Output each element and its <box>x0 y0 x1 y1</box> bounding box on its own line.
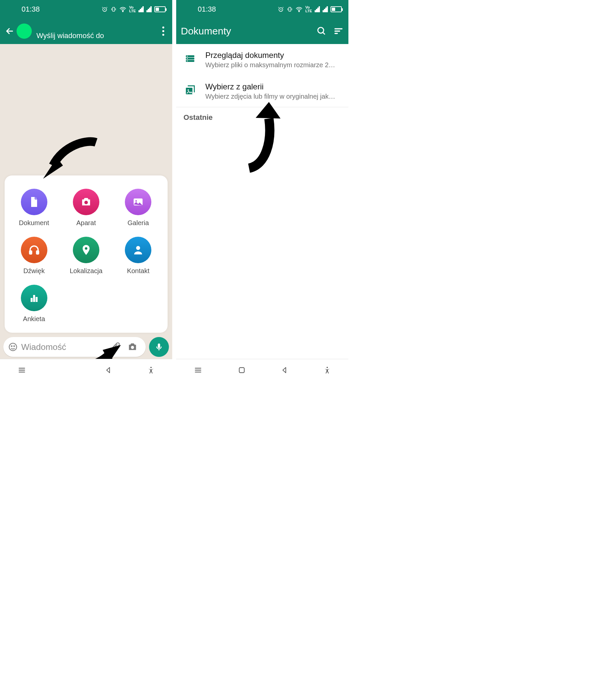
battery-icon <box>154 6 166 12</box>
signal-icon <box>138 6 144 12</box>
svg-point-29 <box>187 56 188 57</box>
list-text: Wybierz z galerii Wybierz zdjęcia lub fi… <box>205 82 341 100</box>
wifi-icon <box>119 6 126 12</box>
status-bar: 01:38 VoLTE <box>176 0 349 18</box>
list-item-subtitle: Wybierz pliki o maksymalnym rozmiarze 2… <box>205 61 341 69</box>
signal-icon <box>315 6 320 12</box>
documents-app-bar: Dokumenty <box>176 18 349 44</box>
svg-rect-11 <box>33 295 35 302</box>
attach-label: Kontakt <box>127 267 149 275</box>
attach-contact[interactable]: Kontakt <box>118 237 158 275</box>
volte-icon: VoLTE <box>305 6 312 13</box>
list-text: Przeglądaj dokumenty Wybierz pliki o mak… <box>205 51 341 69</box>
camera-input-icon[interactable] <box>127 342 138 352</box>
nav-recents-icon[interactable] <box>193 366 203 375</box>
signal-icon-2 <box>146 6 152 12</box>
chat-input[interactable]: Wiadomość <box>3 337 146 357</box>
attach-gallery[interactable]: Galeria <box>118 189 158 227</box>
system-nav-bar <box>0 359 172 381</box>
svg-point-16 <box>14 346 15 347</box>
chat-input-row: Wiadomość <box>3 337 169 357</box>
svg-point-15 <box>11 346 12 347</box>
svg-point-21 <box>150 367 152 368</box>
accessibility-icon[interactable] <box>323 366 331 374</box>
status-time: 01:38 <box>22 5 40 13</box>
wifi-icon <box>295 6 303 12</box>
svg-point-17 <box>131 346 134 349</box>
svg-point-8 <box>85 247 87 250</box>
accessibility-icon[interactable] <box>147 366 155 374</box>
sort-icon[interactable] <box>333 27 344 36</box>
attach-label: Aparat <box>76 219 96 227</box>
list-item-title: Wybierz z galerii <box>205 82 341 91</box>
status-icons: VoLTE <box>101 6 166 13</box>
avatar[interactable] <box>16 24 32 39</box>
svg-point-33 <box>187 89 189 91</box>
chat-app-bar: Wyślij wiadomość do <box>0 18 172 44</box>
battery-icon <box>330 6 342 12</box>
gallery-icon <box>183 83 197 97</box>
nav-recents-icon[interactable] <box>17 366 27 375</box>
screen-documents: 01:38 VoLTE Dokumenty <box>176 0 349 381</box>
svg-rect-35 <box>239 368 244 372</box>
svg-point-30 <box>187 58 188 59</box>
nav-back-icon[interactable] <box>104 366 112 374</box>
status-time: 01:38 <box>198 5 216 13</box>
attach-document[interactable]: Dokument <box>14 189 54 227</box>
recent-section-header: Ostatnie <box>176 107 349 128</box>
attachment-grid: Dokument Aparat Galeria <box>11 189 161 323</box>
attach-poll[interactable]: Ankieta <box>14 285 54 323</box>
svg-point-25 <box>318 28 324 33</box>
pin-icon <box>80 244 92 256</box>
svg-point-2 <box>122 11 123 11</box>
nav-home-icon[interactable] <box>238 366 246 374</box>
person-icon <box>132 244 144 256</box>
status-icons: VoLTE <box>278 6 342 13</box>
signal-icon-2 <box>323 6 328 12</box>
svg-rect-23 <box>289 7 291 11</box>
chat-input-placeholder: Wiadomość <box>21 342 107 352</box>
attach-label: Ankieta <box>23 315 45 323</box>
document-icon <box>28 196 40 208</box>
choose-from-gallery-item[interactable]: Wybierz z galerii Wybierz zdjęcia lub fi… <box>176 75 349 107</box>
attach-label: Dokument <box>19 219 49 227</box>
emoji-icon[interactable] <box>8 342 18 352</box>
voice-record-button[interactable] <box>149 337 169 357</box>
vibrate-icon <box>111 6 117 12</box>
svg-rect-12 <box>35 297 37 302</box>
search-icon[interactable] <box>317 26 327 36</box>
picture-icon <box>132 196 144 208</box>
attach-label: Lokalizacja <box>70 267 103 275</box>
poll-icon <box>28 292 40 304</box>
paperclip-icon[interactable] <box>111 342 120 352</box>
svg-rect-6 <box>30 251 32 254</box>
volte-icon: VoLTE <box>129 6 136 13</box>
attach-label: Dźwięk <box>23 267 44 275</box>
attach-audio[interactable]: Dźwięk <box>14 237 54 275</box>
svg-point-5 <box>136 200 137 202</box>
alarm-icon <box>101 6 108 12</box>
chat-header-subtitle: Wyślij wiadomość do <box>36 32 159 44</box>
list-item-title: Przeglądaj dokumenty <box>205 51 341 60</box>
svg-point-9 <box>136 246 140 250</box>
documents-body: Przeglądaj dokumenty Wybierz pliki o mak… <box>176 44 349 359</box>
attach-camera[interactable]: Aparat <box>66 189 106 227</box>
attachment-panel: Dokument Aparat Galeria <box>5 176 168 333</box>
list-item-subtitle: Wybierz zdjęcia lub filmy w oryginalnej … <box>205 93 341 100</box>
browse-documents-item[interactable]: Przeglądaj dokumenty Wybierz pliki o mak… <box>176 44 349 75</box>
back-arrow-icon[interactable] <box>5 26 14 36</box>
svg-rect-18 <box>158 344 160 348</box>
svg-point-36 <box>327 367 328 368</box>
svg-rect-7 <box>36 251 38 254</box>
documents-title: Dokumenty <box>181 26 310 37</box>
vibrate-icon <box>287 6 293 12</box>
camera-icon <box>80 196 92 208</box>
more-menu-icon[interactable] <box>159 27 168 36</box>
svg-rect-1 <box>113 7 115 11</box>
browse-icon <box>183 52 197 65</box>
nav-back-icon[interactable] <box>281 366 288 374</box>
attach-location[interactable]: Lokalizacja <box>66 237 106 275</box>
system-nav-bar <box>176 359 349 381</box>
headphones-icon <box>28 244 40 256</box>
svg-rect-10 <box>31 298 32 302</box>
